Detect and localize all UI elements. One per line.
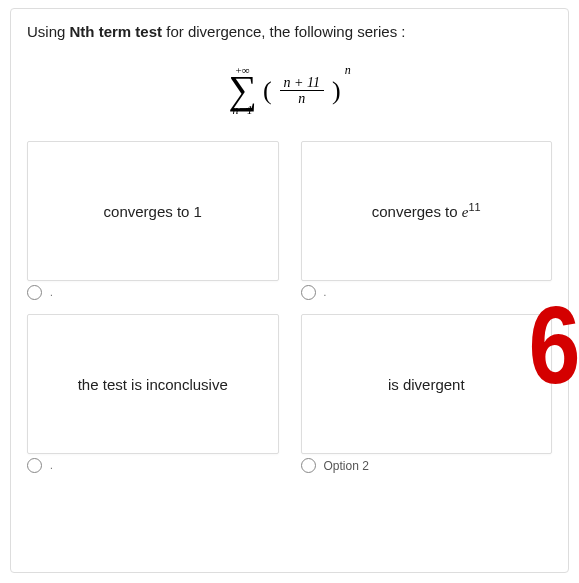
exponent: n [345,63,351,78]
radio-3[interactable] [27,458,42,473]
radio-2[interactable] [301,285,316,300]
radio-row-1: . [27,285,279,300]
radio-row-2: . [301,285,553,300]
option-cell-4: is divergent Option 2 [301,314,553,475]
sigma-symbol: ∑ [228,74,257,106]
right-paren: ) [332,76,341,106]
option-card-converges-1[interactable]: converges to 1 [27,141,279,281]
option-card-inconclusive[interactable]: the test is inconclusive [27,314,279,454]
option-text: is divergent [388,376,465,393]
fraction: n + 11 n [278,75,326,107]
radio-row-3: . [27,458,279,473]
option-text: the test is inconclusive [78,376,228,393]
radio-label-3: . [50,460,53,471]
question-suffix: for divergence, the following series : [162,23,405,40]
left-paren: ( [263,76,272,106]
option-cell-2: converges to e11 . [301,141,553,302]
radio-label-1: . [50,287,53,298]
denominator: n [294,91,309,106]
question-text: Using Nth term test for divergence, the … [27,23,552,40]
sum-lower-limit: n=1 [233,104,253,116]
numerator: n + 11 [280,75,324,91]
radio-row-4: Option 2 [301,458,553,473]
question-bold: Nth term test [70,23,163,40]
option-text: converges to 1 [104,203,202,220]
question-container: Using Nth term test for divergence, the … [10,8,569,573]
options-grid: converges to 1 . converges to e11 . the … [27,141,552,475]
option-text: converges to e11 [372,201,481,221]
radio-1[interactable] [27,285,42,300]
option-cell-3: the test is inconclusive . [27,314,279,475]
option-cell-1: converges to 1 . [27,141,279,302]
option-card-converges-e11[interactable]: converges to e11 [301,141,553,281]
radio-4[interactable] [301,458,316,473]
series-formula: +∞ ∑ n=1 ( n + 11 n ) n [27,60,552,116]
question-prefix: Using [27,23,70,40]
radio-label-4: Option 2 [324,459,369,473]
option-card-divergent[interactable]: is divergent [301,314,553,454]
radio-label-2: . [324,287,327,298]
